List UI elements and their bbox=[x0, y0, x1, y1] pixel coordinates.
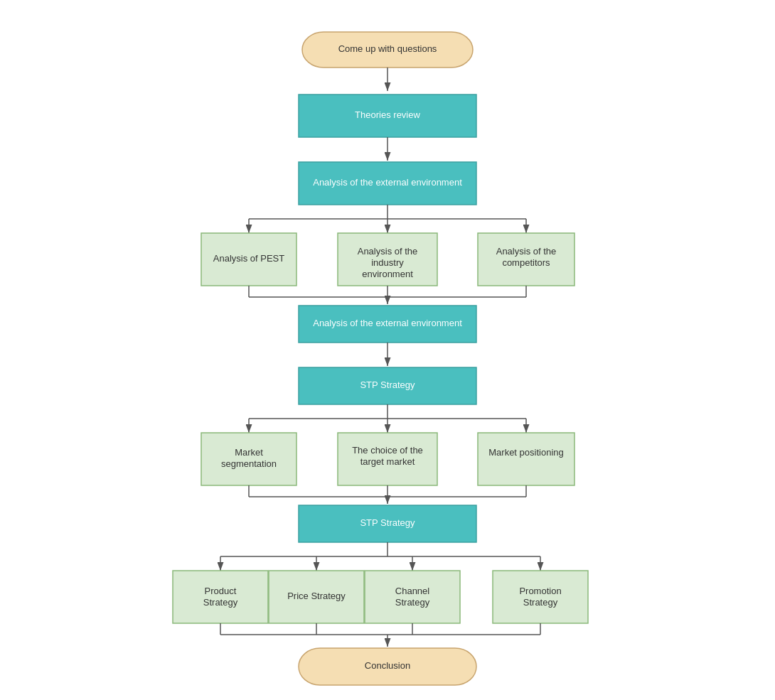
ext-env1-label: Analysis of the external environment bbox=[313, 177, 462, 188]
price-label: Price Strategy bbox=[287, 591, 346, 601]
stp2-label: STP Strategy bbox=[360, 517, 415, 528]
market-pos-node bbox=[478, 433, 574, 485]
target-label1: The choice of the bbox=[352, 445, 423, 456]
promotion-label1: Promotion bbox=[519, 586, 561, 596]
market-pos-label: Market positioning bbox=[488, 447, 564, 458]
market-seg-label: Market bbox=[235, 447, 263, 458]
ext-env2-label: Analysis of the external environment bbox=[313, 318, 462, 328]
competitors-label2: competitors bbox=[502, 257, 550, 268]
target-label2: target market bbox=[360, 456, 415, 467]
promotion-label2: Strategy bbox=[523, 597, 558, 608]
industry-label: Analysis of the bbox=[358, 246, 418, 257]
channel-label1: Channel bbox=[395, 586, 430, 596]
industry-label2: industry bbox=[371, 257, 404, 268]
channel-label2: Strategy bbox=[395, 597, 430, 608]
competitors-label: Analysis of the bbox=[496, 246, 557, 257]
theories-review-label: Theories review bbox=[355, 109, 420, 120]
flowchart: Come up with questions Theories review A… bbox=[0, 0, 775, 700]
stp1-label: STP Strategy bbox=[360, 379, 415, 390]
pest-label: Analysis of PEST bbox=[213, 253, 284, 264]
product-label1: Product bbox=[205, 586, 237, 596]
market-seg-label2: segmentation bbox=[221, 458, 277, 469]
come-up-label: Come up with questions bbox=[338, 43, 437, 54]
conclusion-label: Conclusion bbox=[365, 660, 410, 671]
product-label2: Strategy bbox=[203, 597, 238, 608]
industry-label3: environment bbox=[362, 269, 413, 279]
